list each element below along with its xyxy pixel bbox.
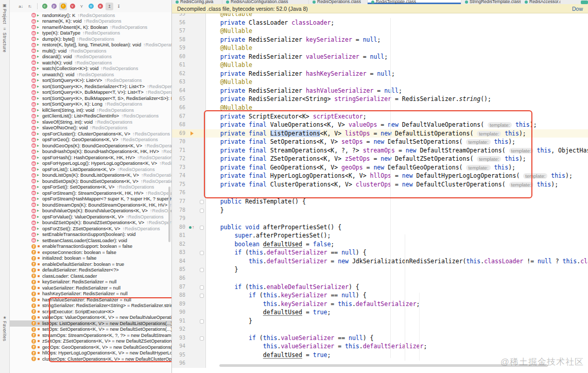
code-text[interactable]: @Nullable bbox=[206, 61, 588, 70]
override-marker-icon[interactable]: ↑ bbox=[187, 223, 198, 232]
code-text[interactable]: this.valueSerializer = this.defaultSeria… bbox=[206, 342, 588, 351]
fold-icon[interactable] bbox=[198, 248, 206, 257]
code-text[interactable]: private RedisSerializer keySerializer = … bbox=[206, 36, 588, 44]
show-anonymous-icon[interactable]: o bbox=[87, 3, 95, 10]
structure-item[interactable]: fclusterOps: ClusterOperations<K, V> = n… bbox=[10, 356, 171, 362]
code-line[interactable]: 81 super.afterPropertiesSet(); bbox=[172, 231, 588, 240]
code-line[interactable]: 79 bbox=[172, 214, 588, 223]
structure-item[interactable]: mboundValueOps(K): BoundValueOperations<… bbox=[10, 208, 171, 214]
code-line[interactable]: 87 if (this.enableDefaultSerializer) { bbox=[172, 283, 588, 292]
tool-window-tab-favorites[interactable]: ★ Favorites bbox=[0, 315, 9, 341]
code-text[interactable]: } bbox=[206, 265, 588, 274]
fold-icon[interactable] bbox=[198, 223, 206, 232]
code-text[interactable]: @Nullable bbox=[206, 78, 588, 87]
show-classes-icon[interactable]: c bbox=[41, 3, 48, 10]
structure-item[interactable]: fexposeConnection: boolean = false bbox=[10, 249, 171, 256]
code-line[interactable]: 66 @Nullable bbox=[172, 104, 588, 112]
structure-item[interactable]: mopsForSet(): SetOperations<K, V>↑RedisO… bbox=[10, 184, 171, 191]
code-line[interactable]: 86 bbox=[172, 274, 588, 283]
structure-item[interactable]: msetEnableTransactionSupport(boolean): v… bbox=[10, 232, 171, 238]
code-text[interactable]: private final StreamOperations<K, ?, ?> … bbox=[206, 146, 588, 155]
code-line[interactable]: 63 @Nullable bbox=[172, 78, 588, 87]
code-line[interactable]: 91 } bbox=[172, 317, 588, 326]
editor-tab[interactable]: RedisOperations.class bbox=[309, 0, 368, 4]
structure-item[interactable]: mkillClient(String, int): void↑RedisOper… bbox=[10, 107, 171, 113]
code-text[interactable] bbox=[206, 189, 588, 197]
structure-item[interactable]: mopsForHash(): HashOperations<K, HK, HV>… bbox=[10, 155, 171, 161]
code-text[interactable]: if (this.defaultSerializer == null) { bbox=[206, 248, 588, 257]
code-text[interactable]: this.keySerializer = this.defaultSeriali… bbox=[206, 300, 588, 309]
code-line[interactable]: 69 private final ListOperations<K, V> li… bbox=[172, 129, 588, 138]
code-line[interactable]: 80↑ public void afterPropertiesSet() { bbox=[172, 223, 588, 232]
editor-tab[interactable]: RedisTemplate.class bbox=[368, 0, 461, 4]
show-lambdas-icon[interactable]: a bbox=[96, 3, 104, 10]
code-line[interactable]: 71 private final StreamOperations<K, ?, … bbox=[172, 146, 588, 155]
code-text[interactable]: private final ValueOperations<K, V> valu… bbox=[206, 121, 588, 129]
fold-icon[interactable] bbox=[198, 265, 206, 274]
structure-item[interactable]: mdiscard(): void↑RedisOperations bbox=[10, 54, 171, 60]
structure-item[interactable]: msort(SortQuery<K>, K): Long↑RedisOperat… bbox=[10, 101, 171, 108]
code-line[interactable]: 67 private ScriptExecutor<K> scriptExecu… bbox=[172, 112, 588, 121]
code-text[interactable]: private final ClusterOperations<K, V> cl… bbox=[206, 180, 588, 189]
structure-item[interactable]: fvalueSerializer: RedisSerializer = null bbox=[10, 285, 171, 291]
bookmark-arrow-icon[interactable] bbox=[187, 129, 198, 138]
structure-item[interactable]: mrestore(K, byte[], long, TimeUnit, bool… bbox=[10, 42, 171, 48]
code-text[interactable]: private RedisSerializer hashKeySerialize… bbox=[206, 70, 588, 78]
show-properties-icon[interactable]: p bbox=[50, 3, 58, 10]
fold-icon[interactable] bbox=[198, 283, 206, 292]
structure-item[interactable]: mopsForValue(): ValueOperations<K, V>↑Re… bbox=[10, 214, 171, 220]
structure-item[interactable]: mboundGeoOps(K): BoundGeoOperations<K, V… bbox=[10, 143, 171, 149]
code-line[interactable]: 92 bbox=[172, 325, 588, 334]
collapse-all-icon[interactable]: ↧ bbox=[115, 3, 123, 10]
code-line[interactable]: 58 private RedisSerializer keySerializer… bbox=[172, 36, 588, 44]
fold-icon[interactable] bbox=[198, 197, 206, 206]
code-line[interactable]: 70 private final SetOperations<K, V> set… bbox=[172, 138, 588, 146]
editor-tab[interactable]: StringRedisTemplate.class bbox=[461, 0, 521, 4]
code-text[interactable]: public RedisTemplate() { bbox=[206, 197, 588, 206]
code-text[interactable]: private final GeoOperations<K, V> geoOps… bbox=[206, 163, 588, 172]
code-text[interactable]: @Nullable bbox=[206, 27, 588, 36]
code-text[interactable] bbox=[206, 325, 588, 334]
code-line[interactable]: 62 private RedisSerializer hashKeySerial… bbox=[172, 70, 588, 78]
code-line[interactable]: 65 private RedisSerializer<String> strin… bbox=[172, 95, 588, 104]
code-line[interactable]: 76 bbox=[172, 189, 588, 197]
structure-item[interactable]: mopsForCluster(): ClusterOperations<K, V… bbox=[10, 131, 171, 137]
code-text[interactable]: if (this.enableDefaultSerializer) { bbox=[206, 283, 588, 292]
structure-item[interactable]: mslaveOf(String, int): void↑RedisOperati… bbox=[10, 119, 171, 125]
code-text[interactable]: super.afterPropertiesSet(); bbox=[206, 231, 588, 240]
code-line[interactable]: 60 private RedisSerializer valueSerializ… bbox=[172, 53, 588, 61]
code-text[interactable]: private ClassLoader classLoader; bbox=[206, 19, 588, 27]
structure-item[interactable]: mopsForList(): ListOperations<K, V>↑Redi… bbox=[10, 166, 171, 173]
structure-item[interactable]: fvalueOps: ValueOperations<K, V> = new D… bbox=[10, 315, 171, 321]
structure-item[interactable]: mgetClientList(): List<RedisClientInfo>↑… bbox=[10, 113, 171, 120]
structure-item[interactable]: fhashValueSerializer: RedisSerializer = … bbox=[10, 297, 171, 303]
code-text[interactable]: @Nullable bbox=[206, 44, 588, 53]
structure-item[interactable]: fkeySerializer: RedisSerializer = null bbox=[10, 279, 171, 285]
code-line[interactable]: 57 @Nullable bbox=[172, 27, 588, 36]
structure-item[interactable]: msort(SortQuery<K>, BulkMapper<T, S>, Re… bbox=[10, 95, 171, 101]
structure-item[interactable]: fstreamOps: StreamOperations<K, ?, ?> = … bbox=[10, 332, 171, 338]
code-text[interactable]: private RedisSerializer hashValueSeriali… bbox=[206, 87, 588, 95]
code-text[interactable]: private RedisSerializer<String> stringSe… bbox=[206, 95, 588, 104]
code-line[interactable]: 84 this.defaultSerializer = new JdkSeria… bbox=[172, 257, 588, 266]
code-text[interactable]: this.defaultSerializer = new JdkSerializ… bbox=[206, 257, 588, 266]
code-text[interactable]: defaultUsed = true; bbox=[206, 308, 588, 317]
structure-item[interactable]: mopsForHyperLogLog(): HyperLogLogOperati… bbox=[10, 161, 171, 167]
structure-item[interactable]: mrandomKey(): K↑RedisOperations bbox=[10, 12, 171, 19]
filter-inherited-icon[interactable]: Y bbox=[78, 3, 85, 10]
editor-tab[interactable]: RedisAccessor.class bbox=[521, 0, 561, 4]
code-line[interactable]: 94 this.valueSerializer = this.defaultSe… bbox=[172, 342, 588, 351]
code-text[interactable]: public void afterPropertiesSet() { bbox=[206, 223, 588, 232]
structure-item[interactable]: mboundHashOps(K): BoundHashOperations<K,… bbox=[10, 149, 171, 155]
structure-item[interactable]: mopsForStream(HashMapper<? super K, ? su… bbox=[10, 196, 171, 202]
code-line[interactable]: 68 private final ValueOperations<K, V> v… bbox=[172, 121, 588, 129]
structure-item[interactable]: munwatch(): void↑RedisOperations bbox=[10, 72, 171, 78]
code-line[interactable]: 75 private final ClusterOperations<K, V>… bbox=[172, 180, 588, 189]
structure-item[interactable]: fzSetOps: ZSetOperations<K, V> = new Def… bbox=[10, 338, 171, 345]
structure-item[interactable]: fscriptExecutor: ScriptExecutor<K> bbox=[10, 309, 171, 315]
code-line[interactable]: 85 } bbox=[172, 265, 588, 274]
code-line[interactable]: 90 defaultUsed = true; bbox=[172, 308, 588, 317]
code-line[interactable]: 56 private ClassLoader classLoader; bbox=[172, 19, 588, 27]
code-text[interactable] bbox=[206, 214, 588, 223]
structure-item[interactable]: fhashKeySerializer: RedisSerializer = nu… bbox=[10, 291, 171, 297]
